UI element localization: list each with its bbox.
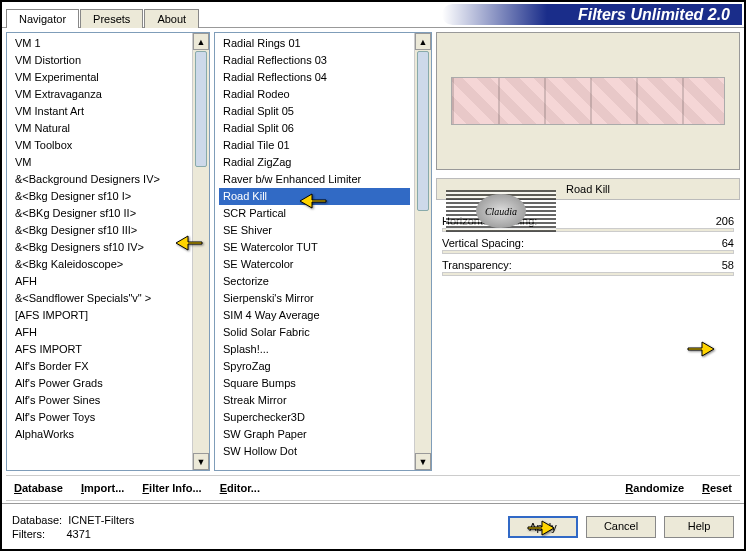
slider-label: Vertical Spacing: [442,237,602,249]
scroll-thumb[interactable] [417,51,429,211]
filter-item[interactable]: Radial Rodeo [219,86,410,103]
slider-value: 58 [704,259,734,271]
category-item[interactable]: &<Background Designers IV> [11,171,188,188]
cancel-button[interactable]: Cancel [586,516,656,538]
current-filter-name: Road Kill [436,178,740,200]
filters-label: Filters: [12,528,45,540]
filter-item[interactable]: Radial ZigZag [219,154,410,171]
filter-list[interactable]: Radial Rings 01Radial Reflections 03Radi… [214,32,432,471]
slider-value: 206 [704,215,734,227]
filter-item[interactable]: SE Watercolor TUT [219,239,410,256]
tab-navigator[interactable]: Navigator [6,9,79,28]
filter-item[interactable]: Radial Reflections 04 [219,69,410,86]
tab-presets[interactable]: Presets [80,9,143,28]
category-item[interactable]: Alf's Power Sines [11,392,188,409]
scrollbar[interactable]: ▲ ▼ [414,33,431,470]
filter-info-link[interactable]: Filter Info... [142,482,201,494]
filter-item[interactable]: Raver b/w Enhanced Limiter [219,171,410,188]
filter-item[interactable]: Radial Split 06 [219,120,410,137]
scrollbar[interactable]: ▲ ▼ [192,33,209,470]
filter-item[interactable]: Road Kill [219,188,410,205]
filter-item[interactable]: Sectorize [219,273,410,290]
preview-panel: Claudia Road Kill Horizontal Spacing:206… [436,32,740,471]
filter-item[interactable]: SE Shiver [219,222,410,239]
category-item[interactable]: VM Experimental [11,69,188,86]
category-item[interactable]: Alf's Power Grads [11,375,188,392]
filter-item[interactable]: Radial Rings 01 [219,35,410,52]
scroll-up-icon[interactable]: ▲ [193,33,209,50]
scroll-down-icon[interactable]: ▼ [193,453,209,470]
filter-item[interactable]: SIM 4 Way Average [219,307,410,324]
category-item[interactable]: &<BKg Designer sf10 II> [11,205,188,222]
category-item[interactable]: VM Toolbox [11,137,188,154]
apply-button[interactable]: Apply [508,516,578,538]
filter-item[interactable]: SCR Partical [219,205,410,222]
editor-link[interactable]: Editor... [220,482,260,494]
slider-track[interactable] [442,228,734,232]
help-button[interactable]: Help [664,516,734,538]
filter-item[interactable]: Sierpenski's Mirror [219,290,410,307]
reset-link[interactable]: Reset [702,482,732,494]
scroll-up-icon[interactable]: ▲ [415,33,431,50]
category-item[interactable]: &<Sandflower Specials"v" > [11,290,188,307]
filter-item[interactable]: SW Graph Paper [219,426,410,443]
filter-item[interactable]: Superchecker3D [219,409,410,426]
category-item[interactable]: &<Bkg Kaleidoscope> [11,256,188,273]
category-list[interactable]: VM 1VM DistortionVM ExperimentalVM Extra… [6,32,210,471]
filter-item[interactable]: SE Watercolor [219,256,410,273]
slider-track[interactable] [442,272,734,276]
db-value: ICNET-Filters [68,514,134,526]
sliders: Horizontal Spacing:206Vertical Spacing:6… [436,214,740,276]
filter-item[interactable]: Streak Mirror [219,392,410,409]
category-item[interactable]: AlphaWorks [11,426,188,443]
tab-about[interactable]: About [144,9,199,28]
category-item[interactable]: &<Bkg Designers sf10 IV> [11,239,188,256]
action-bar: Database Import... Filter Info... Editor… [6,475,740,501]
category-item[interactable]: [AFS IMPORT] [11,307,188,324]
scroll-down-icon[interactable]: ▼ [415,453,431,470]
db-label: Database: [12,514,62,526]
filter-item[interactable]: Radial Tile 01 [219,137,410,154]
category-item[interactable]: VM Extravaganza [11,86,188,103]
category-item[interactable]: VM [11,154,188,171]
import-link[interactable]: Import... [81,482,124,494]
filters-count: 4371 [66,528,90,540]
category-item[interactable]: VM Natural [11,120,188,137]
filter-item[interactable]: Radial Reflections 03 [219,52,410,69]
randomize-link[interactable]: Randomize [625,482,684,494]
category-item[interactable]: AFS IMPORT [11,341,188,358]
category-item[interactable]: VM 1 [11,35,188,52]
category-item[interactable]: VM Instant Art [11,103,188,120]
category-item[interactable]: AFH [11,273,188,290]
scroll-thumb[interactable] [195,51,207,167]
database-link[interactable]: Database [14,482,63,494]
slider-track[interactable] [442,250,734,254]
category-item[interactable]: &<Bkg Designer sf10 I> [11,188,188,205]
app-title: Filters Unlimited 2.0 [442,4,742,25]
slider-row: Horizontal Spacing:206 [436,214,740,228]
main-panel: VM 1VM DistortionVM ExperimentalVM Extra… [2,28,744,503]
header: Navigator Presets About Filters Unlimite… [2,2,744,28]
slider-label: Transparency: [442,259,602,271]
slider-row: Transparency:58 [436,258,740,272]
tab-bar: Navigator Presets About [2,2,200,27]
category-item[interactable]: Alf's Border FX [11,358,188,375]
category-item[interactable]: VM Distortion [11,52,188,69]
slider-row: Vertical Spacing:64 [436,236,740,250]
slider-value: 64 [704,237,734,249]
filter-item[interactable]: Radial Split 05 [219,103,410,120]
category-item[interactable]: AFH [11,324,188,341]
filter-item[interactable]: Square Bumps [219,375,410,392]
filter-item[interactable]: SpyroZag [219,358,410,375]
footer: Database: ICNET-Filters Filters: 4371 Ap… [2,503,744,549]
slider-label: Horizontal Spacing: [442,215,602,227]
category-item[interactable]: &<Bkg Designer sf10 III> [11,222,188,239]
filter-item[interactable]: Splash!... [219,341,410,358]
filter-item[interactable]: SW Hollow Dot [219,443,410,460]
filter-item[interactable]: Solid Solar Fabric [219,324,410,341]
preview-image [436,32,740,170]
category-item[interactable]: Alf's Power Toys [11,409,188,426]
